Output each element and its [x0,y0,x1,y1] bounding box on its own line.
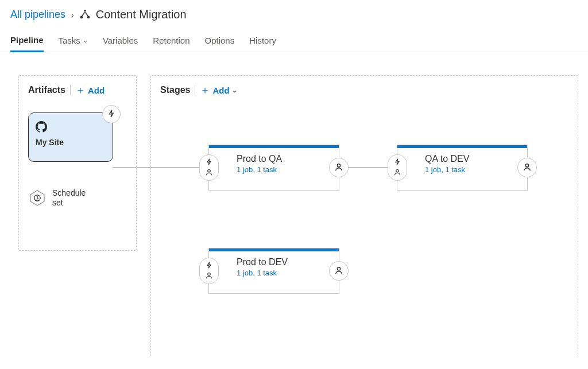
stage-detail-link[interactable]: 1 job, 1 task [237,269,330,277]
stage-name: Prod to QA [237,154,330,164]
stage-detail-link[interactable]: 1 job, 1 task [425,165,518,174]
add-stage-button[interactable]: ＋ Add ⌄ [200,85,237,95]
stage-detail-link[interactable]: 1 job, 1 task [237,165,330,174]
schedule-label: Schedule set [52,188,98,208]
svg-point-0 [80,16,82,18]
tab-retention[interactable]: Retention [153,32,189,52]
tab-variables[interactable]: Variables [103,32,138,52]
tab-tasks[interactable]: Tasks ⌄ [59,32,88,52]
breadcrumb-root-link[interactable]: All pipelines [10,9,65,21]
tab-tasks-label: Tasks [59,36,80,45]
divider [70,85,71,95]
stage-card-qa-to-dev[interactable]: QA to DEV 1 job, 1 task [397,145,528,191]
plus-icon: ＋ [200,85,210,95]
page-title: Content Migration [96,8,187,21]
person-icon [335,266,343,276]
svg-point-8 [396,170,399,173]
artifact-card[interactable]: My Site [28,112,113,162]
artifacts-header: Artifacts ＋ Add [28,85,127,95]
pipeline-icon [80,10,90,20]
stages-header: Stages ＋ Add ⌄ [160,85,568,95]
person-icon [206,168,212,177]
stage-post-conditions-button[interactable] [329,158,349,177]
chevron-down-icon: ⌄ [232,87,237,94]
person-icon [335,163,343,173]
person-icon [394,168,401,177]
person-icon [206,271,212,281]
schedule-icon [28,190,47,206]
tabs: Pipeline Tasks ⌄ Variables Retention Opt… [0,25,588,52]
stage-pre-conditions-button[interactable] [388,154,407,181]
svg-point-9 [525,164,528,166]
stages-heading: Stages [160,85,190,95]
stage-pre-conditions-button[interactable] [199,258,219,284]
stage-post-conditions-button[interactable] [517,158,537,177]
lightning-icon [394,158,401,167]
divider [195,85,195,95]
stage-name: Prod to DEV [237,257,330,267]
lightning-icon [206,261,212,270]
svg-point-10 [208,273,211,276]
svg-point-1 [87,16,89,18]
schedule-row[interactable]: Schedule set [28,188,127,208]
tab-options[interactable]: Options [205,32,235,52]
tab-pipeline[interactable]: Pipeline [10,32,44,52]
stage-card-prod-to-dev[interactable]: Prod to DEV 1 job, 1 task [208,248,339,294]
person-icon [523,163,531,173]
add-stage-label: Add [212,86,229,95]
stage-card-prod-to-qa[interactable]: Prod to QA 1 job, 1 task [208,145,339,191]
tab-history[interactable]: History [249,32,276,52]
artifact-name: My Site [36,138,106,147]
chevron-right-icon: › [71,10,74,20]
svg-point-11 [337,267,340,270]
svg-point-6 [208,170,211,173]
stages-panel: Stages ＋ Add ⌄ Prod to QA 1 job, 1 task [150,75,578,356]
artifact-trigger-button[interactable] [102,105,121,123]
artifacts-panel: Artifacts ＋ Add My Site Schedule set [18,75,137,251]
breadcrumb: All pipelines › Content Migration [0,0,588,25]
chevron-down-icon: ⌄ [83,37,88,44]
svg-point-7 [337,164,340,166]
pipeline-canvas: Artifacts ＋ Add My Site Schedule set [0,52,588,356]
lightning-icon [206,158,212,167]
artifacts-heading: Artifacts [28,85,65,95]
add-artifact-label: Add [88,86,105,95]
add-artifact-button[interactable]: ＋ Add [75,85,105,95]
github-icon [36,125,47,134]
lightning-icon [107,110,115,119]
stage-pre-conditions-button[interactable] [199,154,219,181]
stage-name: QA to DEV [425,154,518,164]
plus-icon: ＋ [75,85,86,95]
stage-post-conditions-button[interactable] [329,261,349,281]
